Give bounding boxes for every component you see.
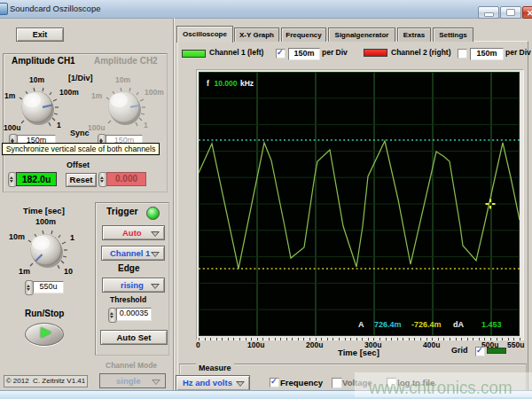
svg-text:kHz: kHz xyxy=(240,79,254,88)
svg-text:-726.4m: -726.4m xyxy=(411,320,442,329)
svg-text:10.000: 10.000 xyxy=(215,79,238,88)
svg-text:f: f xyxy=(207,79,209,88)
svg-text:726.4m: 726.4m xyxy=(374,320,402,329)
svg-text:1.453: 1.453 xyxy=(481,320,502,329)
svg-text:dA: dA xyxy=(453,320,464,329)
svg-text:A: A xyxy=(358,320,364,329)
